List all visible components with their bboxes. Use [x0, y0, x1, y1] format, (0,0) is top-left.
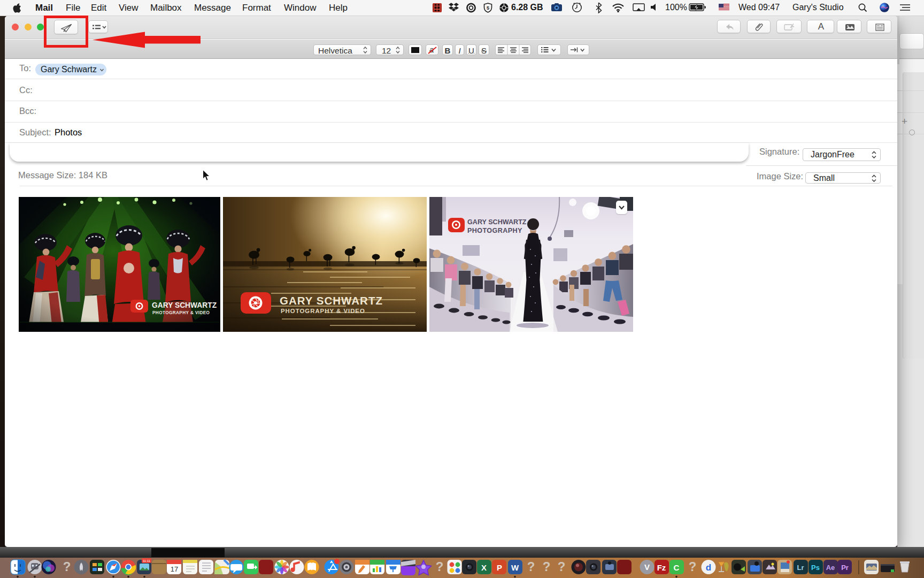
- svg-text:GARY SCHWARTZ: GARY SCHWARTZ: [280, 294, 383, 307]
- svg-text:Pr: Pr: [841, 564, 849, 572]
- svg-text:Ps: Ps: [811, 564, 820, 572]
- svg-text:PHOTOGRAPHY & VIDEO: PHOTOGRAPHY & VIDEO: [281, 308, 365, 314]
- svg-text:Ae: Ae: [826, 564, 835, 572]
- svg-text:?: ?: [543, 559, 551, 574]
- svg-text:W: W: [511, 563, 519, 572]
- svg-text:Lr: Lr: [797, 564, 804, 572]
- svg-text:?: ?: [689, 559, 697, 574]
- svg-text:17: 17: [171, 565, 178, 573]
- svg-text:Fz: Fz: [657, 563, 666, 572]
- svg-text:?: ?: [558, 559, 566, 574]
- svg-text:5: 5: [487, 5, 489, 11]
- svg-text:PHOTOGRAPHY: PHOTOGRAPHY: [467, 227, 522, 234]
- svg-text:11:11: 11:11: [143, 559, 151, 562]
- svg-text:?: ?: [527, 559, 535, 574]
- svg-text:PHOTOGRAPHY & VIDEO: PHOTOGRAPHY & VIDEO: [152, 310, 210, 315]
- svg-text:X: X: [481, 563, 487, 572]
- svg-text:GARY SCHWARTZ: GARY SCHWARTZ: [152, 301, 217, 309]
- svg-text:?: ?: [436, 559, 444, 574]
- svg-text:P: P: [497, 563, 502, 572]
- svg-text:V: V: [644, 562, 650, 572]
- svg-text:GARY SCHWARTZ: GARY SCHWARTZ: [467, 218, 527, 226]
- svg-text:?: ?: [63, 559, 71, 574]
- svg-text:d: d: [706, 562, 711, 573]
- svg-text:C: C: [674, 563, 680, 572]
